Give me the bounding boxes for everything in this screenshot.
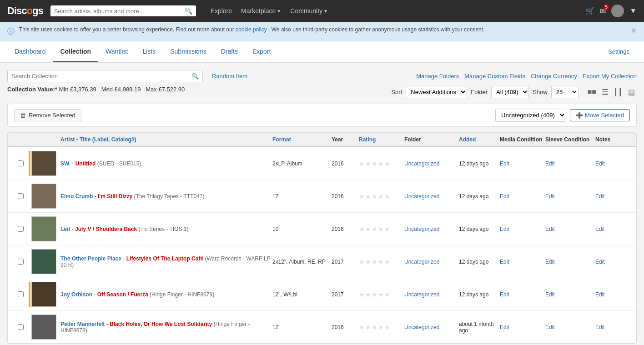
avatar[interactable]	[611, 5, 624, 17]
title-link[interactable]: Lifestyles Of The Laptop Café	[126, 255, 203, 262]
show-select[interactable]: 2550100	[551, 86, 579, 98]
folder-col[interactable]: Uncategorized	[404, 160, 459, 167]
star-4[interactable]: ★	[378, 291, 384, 298]
edit-sleeve-link[interactable]: Edit	[545, 324, 595, 330]
row-checkbox[interactable]	[18, 259, 24, 265]
manage-folders-link[interactable]: Manage Folders	[416, 73, 459, 80]
star-2[interactable]: ★	[365, 291, 371, 298]
row-checkbox[interactable]	[18, 291, 24, 297]
close-icon[interactable]: ✕	[631, 26, 637, 35]
folder-col[interactable]: Uncategorized	[404, 324, 459, 330]
cookie-policy-link[interactable]: cookie policy	[236, 26, 267, 33]
edit-media-link[interactable]: Edit	[500, 324, 545, 330]
artist-link[interactable]: Leif	[60, 226, 70, 232]
global-search-input[interactable]	[54, 8, 185, 15]
star-5[interactable]: ★	[384, 160, 390, 167]
artist-link[interactable]: SW.	[60, 160, 70, 167]
star-3[interactable]: ★	[372, 225, 377, 233]
cart-icon[interactable]: 🛒	[585, 7, 594, 15]
change-currency-link[interactable]: Change Currency	[531, 73, 577, 80]
edit-media-link[interactable]: Edit	[500, 193, 545, 200]
export-collection-link[interactable]: Export My Collection	[583, 73, 637, 80]
edit-sleeve-link[interactable]: Edit	[545, 160, 595, 167]
star-2[interactable]: ★	[365, 258, 371, 265]
star-5[interactable]: ★	[384, 291, 390, 298]
folder-col[interactable]: Uncategorized	[404, 259, 459, 265]
title-link[interactable]: I'm Still Dizzy	[98, 193, 132, 200]
manage-custom-fields-link[interactable]: Manage Custom Fields	[464, 73, 525, 80]
tab-dashboard[interactable]: Dashboard	[7, 41, 53, 62]
star-1[interactable]: ★	[359, 291, 365, 298]
nav-marketplace[interactable]: Marketplace ▼	[237, 5, 285, 16]
edit-media-link[interactable]: Edit	[500, 291, 545, 298]
artist-link[interactable]: Joy Orbison	[60, 291, 92, 298]
star-1[interactable]: ★	[359, 258, 365, 265]
random-item-link[interactable]: Random Item	[212, 73, 247, 80]
logo[interactable]: Discogs	[7, 5, 43, 17]
row-checkbox[interactable]	[18, 193, 24, 199]
tab-wantlist[interactable]: Wantlist	[98, 41, 135, 62]
row-checkbox[interactable]	[18, 160, 24, 166]
star-4[interactable]: ★	[378, 258, 384, 265]
move-folder-select[interactable]: Uncategorized (409)	[495, 109, 566, 122]
edit-media-link[interactable]: Edit	[500, 226, 545, 232]
user-menu-chevron-icon[interactable]: ▼	[629, 7, 637, 15]
star-2[interactable]: ★	[365, 324, 371, 331]
edit-sleeve-link[interactable]: Edit	[545, 291, 595, 298]
edit-notes-link[interactable]: Edit	[595, 226, 632, 232]
edit-sleeve-link[interactable]: Edit	[545, 259, 595, 265]
edit-notes-link[interactable]: Edit	[595, 193, 632, 200]
edit-media-link[interactable]: Edit	[500, 160, 545, 167]
star-5[interactable]: ★	[384, 193, 390, 200]
edit-notes-link[interactable]: Edit	[595, 324, 632, 330]
star-5[interactable]: ★	[384, 258, 390, 265]
sort-select[interactable]: Newest AdditionsArtistTitleYearDate Adde…	[406, 86, 467, 98]
remove-selected-button[interactable]: 🗑 Remove Selected	[14, 109, 81, 121]
tab-collection[interactable]: Collection	[53, 41, 99, 62]
tab-settings[interactable]: Settings	[601, 42, 637, 62]
row-checkbox[interactable]	[18, 324, 24, 330]
star-2[interactable]: ★	[365, 225, 371, 233]
chart-view-icon[interactable]: ▤	[626, 87, 637, 97]
artist-link[interactable]: The Other People Place	[60, 255, 121, 262]
title-link[interactable]: Untitled	[75, 160, 96, 167]
star-1[interactable]: ★	[359, 193, 365, 200]
artist-link[interactable]: Peder Mannerfelt	[60, 321, 105, 327]
edit-media-link[interactable]: Edit	[500, 259, 545, 265]
star-2[interactable]: ★	[365, 193, 371, 200]
star-1[interactable]: ★	[359, 225, 365, 233]
nav-explore[interactable]: Explore	[207, 5, 236, 16]
move-selected-button[interactable]: ➕ Move Selected	[570, 109, 630, 121]
grid-view-icon[interactable]: ■■	[586, 87, 598, 97]
star-3[interactable]: ★	[372, 258, 377, 265]
title-link[interactable]: Black Holes, Or How We Lost Solidarity	[110, 321, 212, 327]
folder-col[interactable]: Uncategorized	[404, 226, 459, 232]
star-4[interactable]: ★	[378, 225, 384, 233]
folder-col[interactable]: Uncategorized	[404, 193, 459, 200]
star-4[interactable]: ★	[378, 193, 384, 200]
folder-col[interactable]: Uncategorized	[404, 291, 459, 298]
star-3[interactable]: ★	[372, 160, 377, 167]
star-3[interactable]: ★	[372, 291, 377, 298]
row-checkbox[interactable]	[18, 226, 24, 232]
nav-community[interactable]: Community ▼	[287, 5, 332, 16]
tab-drafts[interactable]: Drafts	[214, 41, 245, 62]
compact-view-icon[interactable]: ┃┃	[612, 87, 624, 97]
star-4[interactable]: ★	[378, 324, 384, 331]
folder-select[interactable]: All (409)	[491, 86, 529, 98]
edit-sleeve-link[interactable]: Edit	[545, 226, 595, 232]
tab-export[interactable]: Export	[245, 41, 278, 62]
tab-lists[interactable]: Lists	[135, 41, 163, 62]
edit-sleeve-link[interactable]: Edit	[545, 193, 595, 200]
artist-link[interactable]: Elmo Crumb	[60, 193, 93, 200]
star-4[interactable]: ★	[378, 160, 384, 167]
tab-submissions[interactable]: Submissions	[163, 41, 213, 62]
title-link[interactable]: Off Season / Fuerza	[97, 291, 148, 298]
messages-icon[interactable]: ✉ 5	[600, 7, 606, 15]
star-3[interactable]: ★	[372, 324, 377, 331]
star-5[interactable]: ★	[384, 225, 390, 233]
edit-notes-link[interactable]: Edit	[595, 259, 632, 265]
title-link[interactable]: July V / Shoulders Back	[75, 226, 137, 232]
list-view-icon[interactable]: ☰	[600, 87, 610, 97]
edit-notes-link[interactable]: Edit	[595, 291, 632, 298]
